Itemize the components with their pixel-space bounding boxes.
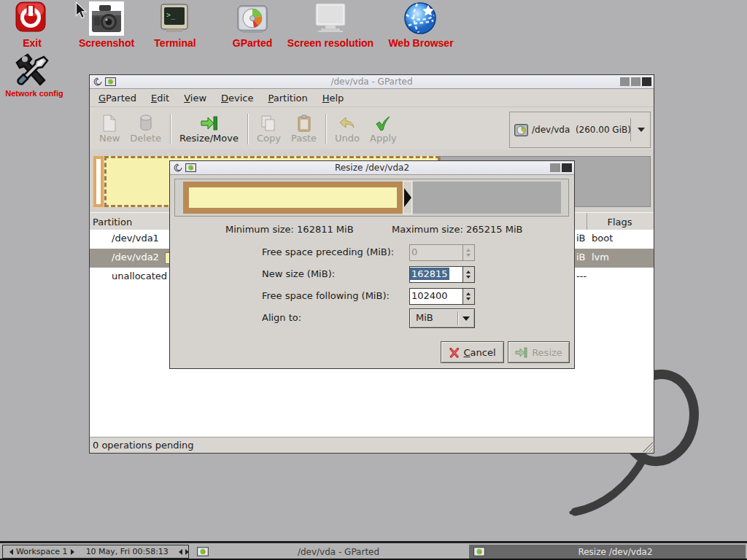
size-fragment: iB [576, 233, 586, 244]
spinner-up-icon [466, 290, 471, 295]
spinner-up-icon [466, 268, 471, 273]
device-icon [514, 124, 528, 136]
menu-help[interactable]: Help [315, 90, 352, 106]
combo-dropdown-arrow[interactable] [638, 128, 645, 136]
new-size-input[interactable]: 162815 [409, 266, 475, 283]
desktop-icon-label[interactable]: Screenshot [79, 37, 134, 49]
workspace-prev-button[interactable] [7, 549, 13, 555]
spinner-buttons[interactable] [462, 289, 474, 304]
toolbar-button-label: Apply [370, 133, 397, 144]
task-title: Resize /dev/vda2 [485, 547, 746, 557]
free-space-following-input[interactable]: 102400 [409, 288, 475, 305]
size-fragment: iB [576, 252, 586, 262]
spinner-down-icon [466, 254, 471, 259]
dialog-titlebar[interactable]: Resize /dev/vda2 [170, 161, 574, 175]
workspace-next-button[interactable] [71, 549, 77, 555]
free-space-preceding-input[interactable]: 0 [409, 244, 475, 261]
task-title: /dev/vda - GParted [209, 547, 468, 557]
device-combo[interactable]: /dev/vda (260.00 GiB) [509, 112, 651, 148]
spinner-down-icon [466, 298, 471, 303]
desktop-icon-exit[interactable] [15, 1, 46, 33]
window-prev-button[interactable] [176, 549, 182, 555]
close-button[interactable] [562, 163, 572, 172]
toolbar-button-label: Resize/Move [179, 133, 239, 144]
dialog-title: Resize /dev/vda2 [170, 163, 574, 173]
workspace-label: Workspace 1 [16, 547, 68, 556]
paste-icon [297, 114, 311, 132]
window-next-button[interactable] [185, 549, 189, 555]
maximum-size-label: Maximum size: 265215 MiB [392, 224, 522, 235]
field-value: 162815 [410, 268, 449, 280]
resize-move-icon [200, 114, 219, 132]
menu-gparted[interactable]: GParted [91, 90, 144, 106]
window-menu-icon[interactable] [174, 163, 182, 172]
toolbar-button-label: Copy [257, 133, 281, 144]
partition-block-vda1[interactable] [93, 156, 104, 207]
spinner-down-icon [466, 276, 471, 281]
cancel-icon [449, 347, 460, 358]
desktop-icon-gparted[interactable] [236, 4, 268, 34]
camera-icon [89, 1, 124, 36]
partition-name: /dev/vda1 [112, 233, 159, 244]
resize-button[interactable]: Resize [508, 341, 570, 363]
align-to-dropdown[interactable]: MiB [409, 308, 475, 328]
terminal-icon: >_ [160, 4, 188, 33]
menu-device[interactable]: Device [214, 90, 260, 106]
undo-button[interactable]: Undo [330, 110, 365, 148]
menu-partition[interactable]: Partition [261, 90, 315, 106]
column-header-flags[interactable]: Flags [587, 213, 653, 230]
resize-grip[interactable] [640, 440, 653, 452]
network-config-icon [15, 52, 51, 86]
status-bar: 0 operations pending [90, 437, 654, 453]
desktop-icon-screen-resolution[interactable] [314, 3, 347, 34]
spinner-buttons[interactable] [462, 267, 474, 282]
clock: 10 May, Fri 00:58:13 [86, 547, 169, 556]
cancel-button[interactable]: Cancel [441, 341, 504, 363]
desktop-icon-label[interactable]: Screen resolution [287, 37, 374, 49]
device-combo-value: /dev/vda (260.00 GiB) [532, 125, 631, 135]
desktop: Exit Screenshot >_ Terminal [0, 0, 747, 560]
status-text: 0 operations pending [93, 440, 194, 451]
resize-free-area[interactable] [413, 182, 561, 214]
delete-button[interactable]: Delete [125, 110, 166, 148]
toolbar: New Delete Resize/Move [90, 107, 654, 151]
maximize-button[interactable] [550, 163, 560, 172]
copy-button[interactable]: Copy [252, 110, 286, 148]
minimize-button[interactable] [620, 77, 630, 86]
window-menu-icon[interactable] [93, 77, 102, 86]
desktop-icon-web-browser[interactable] [403, 1, 437, 35]
apply-button[interactable]: Apply [365, 110, 402, 148]
toolbar-separator [325, 114, 326, 144]
menu-edit[interactable]: Edit [144, 90, 177, 106]
partition-name: /dev/vda2 [112, 252, 159, 262]
exit-icon [15, 1, 46, 33]
gparted-app-icon [105, 77, 116, 86]
resize-handle[interactable] [403, 181, 412, 214]
toolbar-button-label: Delete [130, 133, 161, 144]
maximize-button[interactable] [631, 77, 640, 86]
taskbar: Workspace 1 10 May, Fri 00:58:13 /dev/vd… [0, 541, 747, 560]
desktop-icon-label[interactable]: GParted [233, 37, 272, 49]
gparted-titlebar[interactable]: /dev/vda - GParted [90, 75, 654, 89]
resize-move-button[interactable]: Resize/Move [174, 110, 244, 148]
spinner-buttons[interactable] [462, 245, 474, 260]
resize-slider [174, 179, 569, 217]
menu-view[interactable]: View [177, 90, 214, 106]
toolbar-separator [247, 114, 248, 144]
menu-bar: GParted Edit View Device Partition Help [90, 89, 654, 107]
paste-button[interactable]: Paste [286, 110, 322, 148]
partition-name: unallocated [112, 271, 167, 281]
delete-partition-icon [139, 114, 153, 132]
desktop-icon-label[interactable]: Network config [5, 89, 63, 98]
taskbar-task-gparted[interactable]: /dev/vda - GParted [191, 545, 468, 559]
desktop-icon-screenshot[interactable] [89, 1, 124, 36]
column-header-partition[interactable]: Partition [93, 213, 132, 230]
taskbar-task-resize-dialog[interactable]: Resize /dev/vda2 [469, 545, 746, 559]
desktop-icon-network-config[interactable] [15, 52, 51, 86]
new-button[interactable]: New [94, 110, 125, 148]
desktop-icon-label[interactable]: Terminal [154, 37, 196, 49]
desktop-icon-label[interactable]: Web Browser [388, 37, 453, 49]
close-button[interactable] [642, 77, 651, 86]
desktop-icon-terminal[interactable]: >_ [160, 4, 188, 33]
desktop-icon-label[interactable]: Exit [23, 37, 42, 49]
